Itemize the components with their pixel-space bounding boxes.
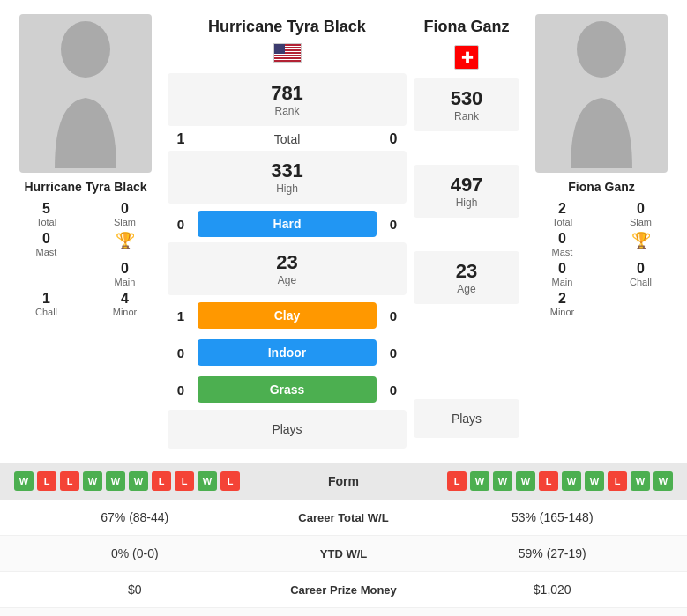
stat-chall-right: 0 Chall (605, 261, 676, 287)
form-badge-left: W (129, 471, 148, 491)
stat-minor-right: 2 Minor (526, 291, 598, 317)
spacer-total (414, 135, 519, 163)
hard-row: 0 Hard 0 (168, 205, 407, 242)
stat-total-left: 5 Total (11, 201, 82, 227)
rank-label-left: Rank (176, 105, 398, 117)
high-value-left: 331 (176, 160, 398, 182)
svg-point-0 (61, 21, 110, 78)
player-right-avatar (535, 14, 668, 173)
middle-top: Hurricane Tyra Black (168, 14, 407, 73)
form-right: LWWWLWWLWW (380, 471, 673, 491)
form-badge-left: W (106, 471, 125, 491)
comparison-row: $0 Career Prize Money $1,020 (0, 572, 687, 608)
grass-btn: Grass (198, 376, 377, 403)
form-badge-left: L (37, 471, 56, 491)
form-badge-left: L (175, 471, 194, 491)
high-value-right: 497 (422, 174, 511, 197)
hard-score-right: 0 (380, 217, 407, 232)
grass-score-left: 0 (168, 382, 194, 397)
indoor-score-right: 0 (380, 345, 407, 360)
player-right-stats: 2 Total 0 Slam 0 Mast 🏆 0 Main (526, 201, 676, 317)
hard-btn: Hard (198, 211, 377, 237)
spacer-hard (414, 221, 519, 249)
flag-us-icon (273, 43, 302, 63)
stat-slam-left: 0 Slam (89, 201, 161, 227)
rank-value-left: 781 (176, 82, 398, 105)
player-right-name-top: Fiona Ganz (414, 14, 519, 40)
form-badge-left: W (198, 471, 217, 491)
form-badge-left: L (60, 471, 79, 491)
age-box-right: 23 Age (414, 251, 519, 304)
comp-left-1: 0% (0-0) (14, 546, 256, 560)
comp-label-2: Career Prize Money (256, 583, 432, 597)
total-score-left: 1 (168, 131, 194, 147)
form-badge-right: L (447, 471, 467, 491)
form-badge-right: W (585, 471, 604, 491)
clay-btn: Clay (198, 302, 377, 329)
age-label-right: Age (422, 283, 511, 295)
stat-mast-left: 0 Mast (11, 231, 82, 257)
rank-box-right: 530 Rank (414, 78, 519, 131)
comparison-row: 0 YTD Titles 0 (0, 608, 687, 616)
form-badge-right: L (608, 471, 627, 491)
high-label-left: High (176, 182, 398, 195)
comparison-table: 67% (88-44) Career Total W/L 53% (165-14… (0, 500, 687, 616)
total-label: Total (194, 132, 380, 146)
form-label: Form (314, 474, 373, 488)
form-left: WLLWWWLLWL (14, 471, 307, 491)
stat-total-right: 2 Total (526, 201, 598, 227)
stat-main-label-left: 0 Main (89, 261, 161, 287)
age-label-left: Age (176, 274, 398, 286)
stat-minor-left: 4 Minor (89, 291, 161, 317)
flag-ch-container: ✚ (414, 45, 519, 70)
form-badge-right: W (470, 471, 489, 491)
stat-slam-right: 0 Slam (605, 201, 676, 227)
plays-box-right: Plays (414, 399, 519, 438)
indoor-score-left: 0 (168, 345, 194, 360)
comp-right-1: 59% (27-19) (432, 546, 674, 560)
comp-label-1: YTD W/L (256, 547, 432, 560)
middle-section: Hurricane Tyra Black 781 Rank 1 Total 0 … (168, 14, 407, 449)
player-right: Fiona Ganz 2 Total 0 Slam 0 Mast 🏆 (526, 14, 676, 449)
form-badge-left: W (14, 471, 34, 491)
form-section: WLLWWWLLWL Form LWWWLWWLWW (0, 463, 687, 500)
indoor-row: 0 Indoor 0 (168, 334, 407, 371)
comp-label-0: Career Total W/L (256, 511, 432, 524)
age-value-left: 23 (176, 251, 398, 274)
spacer-surfaces (414, 308, 519, 396)
form-badge-right: W (516, 471, 535, 491)
plays-label-right: Plays (422, 412, 511, 426)
rank-box-left: 781 Rank (168, 73, 407, 126)
hard-score-left: 0 (168, 217, 194, 232)
stat-mast-right: 0 Mast (526, 231, 598, 257)
high-box-left: 331 High (168, 151, 407, 204)
flag-ch-icon: ✚ (454, 45, 479, 70)
total-row: 1 Total 0 (168, 128, 407, 151)
comp-left-2: $0 (14, 583, 256, 597)
comparison-row: 67% (88-44) Career Total W/L 53% (165-14… (0, 500, 687, 536)
form-badge-right: W (653, 471, 673, 491)
form-badge-right: W (493, 471, 512, 491)
stat-main-right: 0 Main (526, 261, 598, 287)
high-label-right: High (422, 197, 511, 209)
grass-score-right: 0 (380, 382, 407, 397)
clay-row: 1 Clay 0 (168, 297, 407, 334)
player-left-avatar (19, 14, 152, 173)
comparison-row: 0% (0-0) YTD W/L 59% (27-19) (0, 536, 687, 572)
form-badge-left: L (152, 471, 171, 491)
total-score-right: 0 (380, 131, 407, 147)
comp-right-2: $1,020 (432, 583, 674, 597)
comp-left-0: 67% (88-44) (14, 510, 256, 524)
age-value-right: 23 (422, 260, 511, 283)
age-box-left: 23 Age (168, 242, 407, 295)
clay-score-right: 0 (380, 308, 407, 323)
clay-score-left: 1 (168, 308, 194, 323)
rank-label-right: Rank (422, 110, 511, 122)
stat-trophy-left: 🏆 (89, 231, 161, 257)
form-badge-right: L (539, 471, 558, 491)
trophy-icon-right: 🏆 (631, 231, 651, 250)
player-left-name: Hurricane Tyra Black (24, 180, 146, 194)
player-left-name-middle: Hurricane Tyra Black (208, 14, 366, 40)
form-badge-left: L (220, 471, 240, 491)
form-badge-right: W (562, 471, 581, 491)
